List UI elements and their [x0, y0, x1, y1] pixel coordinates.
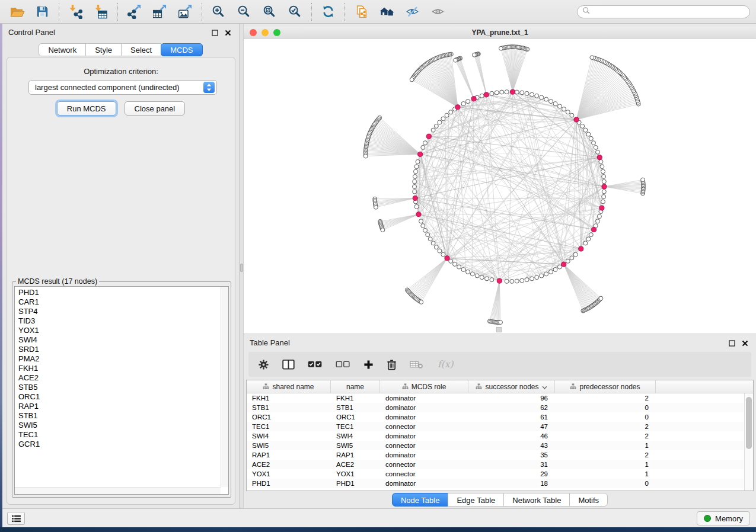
tab-motifs[interactable]: Motifs	[569, 493, 608, 507]
shared-column-icon	[402, 383, 409, 391]
mcds-result-item[interactable]: FKH1	[15, 364, 221, 373]
tab-mcds[interactable]: MCDS	[161, 43, 202, 56]
export-table-icon[interactable]	[149, 2, 171, 21]
divider-grip[interactable]	[240, 264, 243, 272]
optimization-criterion-select[interactable]: largest connected component (undirected)	[28, 80, 217, 95]
save-icon[interactable]	[31, 2, 53, 21]
search-input[interactable]	[594, 7, 745, 16]
dropdown-stepper-icon	[203, 82, 215, 93]
mcds-result-item[interactable]: SRD1	[15, 345, 221, 354]
first-neighbors-icon[interactable]	[376, 2, 398, 21]
mcds-result-item[interactable]: STB1	[15, 411, 221, 421]
show-all-icon[interactable]	[427, 2, 449, 21]
close-panel-button[interactable]: Close panel	[125, 101, 186, 116]
network-scroll-grip[interactable]	[496, 327, 502, 332]
tab-edge-table[interactable]: Edge Table	[448, 493, 504, 507]
tab-node-table[interactable]: Node Table	[392, 493, 449, 507]
scrollbar-thumb[interactable]	[746, 397, 752, 449]
table-panel-title: Table Panel	[250, 338, 290, 347]
mcds-vertical-scrollbar[interactable]	[221, 287, 228, 487]
column-header-predecessor-nodes[interactable]: predecessor nodes	[555, 380, 656, 393]
select-all-icon[interactable]	[308, 355, 323, 373]
table-vertical-scrollbar[interactable]	[744, 393, 753, 491]
hide-selected-icon[interactable]	[401, 2, 423, 21]
table-row[interactable]: TEC1TEC1connector472	[247, 422, 753, 431]
table-row[interactable]: FKH1FKH1dominator962	[247, 393, 753, 403]
column-header-label: shared name	[272, 383, 314, 391]
mcds-result-item[interactable]: SWI4	[15, 335, 221, 345]
mcds-result-item[interactable]: YOX1	[15, 326, 221, 335]
open-file-icon[interactable]	[6, 2, 28, 21]
mcds-result-item[interactable]: RAP1	[15, 402, 221, 411]
export-network-icon[interactable]	[123, 2, 145, 21]
table-row[interactable]: ORC1ORC1dominator610	[247, 412, 753, 422]
close-panel-icon[interactable]	[224, 28, 232, 37]
table-row[interactable]: SWI4SWI4dominator462	[247, 431, 753, 441]
panel-divider[interactable]	[240, 24, 244, 508]
mcds-result-item[interactable]: TID3	[15, 316, 221, 326]
float-table-panel-icon[interactable]	[728, 339, 736, 347]
mcds-result-item[interactable]: STB5	[15, 383, 221, 392]
refresh-icon[interactable]	[317, 2, 339, 21]
import-network-icon[interactable]	[65, 2, 87, 21]
delete-table-icon[interactable]	[410, 355, 423, 373]
network-window-titlebar[interactable]: YPA_prune.txt_1	[244, 27, 756, 39]
network-graph[interactable]	[244, 39, 756, 334]
tab-select[interactable]: Select	[121, 43, 161, 56]
tab-network-table[interactable]: Network Table	[503, 493, 570, 507]
float-panel-icon[interactable]	[210, 28, 219, 37]
zoom-selected-icon[interactable]	[284, 2, 306, 21]
add-icon[interactable]	[363, 355, 374, 373]
table-cell: RAP1	[247, 450, 331, 460]
mcds-result-item[interactable]: CAR1	[15, 297, 221, 307]
table-row[interactable]: ACE2ACE2connector311	[247, 460, 753, 469]
column-header-name[interactable]: name	[331, 380, 380, 393]
table-row[interactable]: SWI5SWI5connector431	[247, 441, 753, 450]
search-box[interactable]	[577, 5, 750, 18]
run-mcds-button[interactable]: Run MCDS	[57, 101, 116, 116]
network-canvas[interactable]	[244, 39, 756, 334]
zoom-fit-icon[interactable]	[259, 2, 280, 21]
toolbar-separator	[202, 3, 202, 21]
table-cell: ACE2	[247, 460, 331, 469]
toolbar-group	[6, 2, 53, 21]
table-row[interactable]: YOX1YOX1connector291	[247, 469, 753, 479]
table-cell: SWI5	[247, 441, 331, 450]
mcds-result-item[interactable]: ACE2	[15, 373, 221, 383]
table-row[interactable]: PHD1PHD1dominator180	[247, 479, 753, 488]
mcds-result-item[interactable]: STP4	[15, 307, 221, 316]
split-view-icon[interactable]	[282, 355, 295, 373]
tab-style[interactable]: Style	[85, 43, 122, 56]
import-table-icon[interactable]	[90, 2, 112, 21]
table-cell: connector	[380, 460, 468, 469]
mcds-result-item[interactable]: GCR1	[15, 440, 221, 449]
zoom-in-icon[interactable]	[208, 2, 229, 21]
table-cell: TEC1	[247, 422, 331, 431]
deselect-all-icon[interactable]	[336, 355, 350, 373]
mcds-result-item[interactable]: ORC1	[15, 392, 221, 402]
task-history-button[interactable]	[7, 512, 25, 525]
column-header-shared-name[interactable]: shared name	[247, 380, 331, 393]
shared-column-icon	[476, 383, 482, 391]
column-header-MCDS-role[interactable]: MCDS role	[380, 380, 468, 393]
settings-icon[interactable]	[258, 355, 269, 373]
close-table-panel-icon[interactable]	[741, 339, 749, 347]
mcds-result-item[interactable]: SWI5	[15, 421, 221, 430]
tab-network[interactable]: Network	[39, 43, 86, 56]
mcds-result-item[interactable]: PMA2	[15, 354, 221, 364]
duplicate-network-icon[interactable]	[350, 2, 372, 21]
table-row[interactable]: STB1STB1dominator620	[247, 403, 753, 412]
mcds-horizontal-scrollbar[interactable]	[15, 487, 221, 494]
column-header-successor-nodes[interactable]: successor nodes	[468, 380, 555, 393]
function-builder-icon[interactable]: f(x)	[436, 355, 456, 373]
mcds-result-item[interactable]: TEC1	[15, 430, 221, 440]
table-cell-filler	[656, 460, 753, 469]
table-row[interactable]: RAP1RAP1dominator352	[247, 450, 753, 460]
memory-button[interactable]: Memory	[697, 511, 750, 525]
zoom-out-icon[interactable]	[233, 2, 255, 21]
mcds-result-title: MCDS result (17 nodes)	[16, 277, 99, 286]
delete-icon[interactable]	[387, 355, 397, 373]
mcds-result-item[interactable]: PHD1	[15, 288, 221, 297]
export-image-icon[interactable]	[174, 2, 196, 21]
table-cell: dominator	[380, 393, 468, 403]
